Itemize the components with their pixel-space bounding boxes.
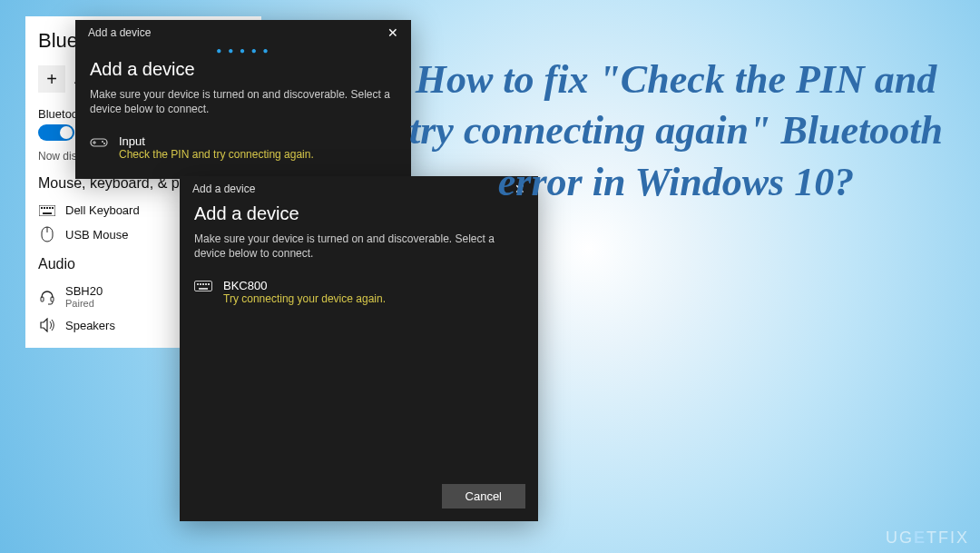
toggle-on-icon[interactable] [38, 124, 74, 141]
dialog1-heading: Add a device [90, 59, 397, 80]
svg-rect-1 [41, 207, 43, 209]
svg-rect-0 [39, 205, 55, 216]
svg-rect-20 [205, 283, 207, 285]
svg-rect-3 [46, 207, 48, 209]
dialog2-title: Add a device [192, 183, 255, 195]
svg-point-14 [102, 141, 103, 143]
dialog1-device-error: Check the PIN and try connecting again. [119, 148, 314, 161]
speaker-icon [38, 318, 56, 332]
svg-point-15 [103, 143, 105, 144]
mouse-icon [38, 226, 56, 242]
svg-rect-18 [200, 283, 201, 285]
keyboard-icon [194, 279, 214, 291]
dialog2-device-item[interactable]: BKC800 Try connecting your device again. [194, 273, 524, 311]
gamepad-icon [90, 134, 110, 149]
dialog1-title: Add a device [88, 26, 151, 39]
dialog1-device-name: Input [119, 134, 314, 148]
dialog2-device-error: Try connecting your device again. [223, 292, 386, 305]
watermark: UGETFIX [886, 528, 969, 548]
dialog2-device-name: BKC800 [223, 279, 386, 292]
device-headset-label: SBH20 Paired [65, 284, 103, 309]
svg-rect-5 [52, 207, 54, 209]
cancel-button[interactable]: Cancel [442, 484, 525, 509]
keyboard-icon [38, 205, 56, 216]
svg-rect-2 [44, 207, 45, 209]
loading-dots-icon: ● ● ● ● ● [90, 45, 397, 55]
dialog1-device-item[interactable]: Input Check the PIN and try connecting a… [90, 129, 397, 166]
device-speakers-label: Speakers [65, 319, 115, 332]
svg-rect-21 [208, 283, 210, 285]
article-title-overlay: How to fix "Check the PIN and try connec… [390, 54, 962, 208]
add-device-dialog-1: Add a device ✕ ● ● ● ● ● Add a device Ma… [75, 20, 411, 179]
dialog2-footer: Cancel [180, 475, 538, 521]
svg-rect-19 [202, 283, 204, 285]
close-icon[interactable]: ✕ [382, 25, 404, 40]
plus-icon[interactable]: + [38, 65, 65, 93]
device-keyboard-label: Dell Keyboard [65, 203, 140, 217]
device-mouse-label: USB Mouse [65, 228, 128, 242]
dialog1-instruction: Make sure your device is turned on and d… [90, 87, 397, 116]
svg-rect-4 [49, 207, 51, 209]
headset-icon [38, 289, 56, 305]
svg-rect-6 [43, 212, 52, 214]
svg-rect-17 [197, 283, 199, 285]
add-device-dialog-2: Add a device ✕ Add a device Make sure yo… [180, 176, 538, 521]
dialog1-titlebar: Add a device ✕ [75, 20, 411, 44]
device-headset-status: Paired [65, 298, 103, 309]
dialog2-instruction: Make sure your device is turned on and d… [194, 232, 524, 261]
svg-rect-22 [199, 288, 208, 290]
